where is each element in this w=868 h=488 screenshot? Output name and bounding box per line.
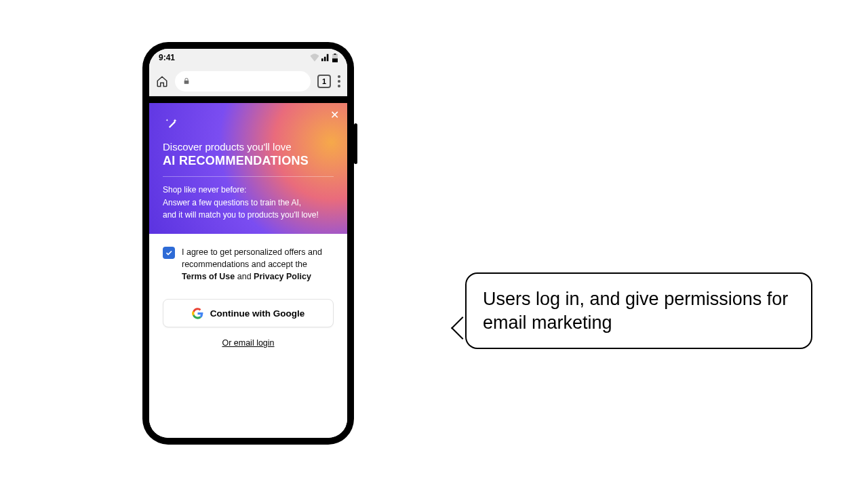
hero-title: AI RECOMMENDATIONS bbox=[163, 154, 334, 168]
hero-body-line: and it will match you to products you'll… bbox=[163, 209, 334, 222]
home-icon[interactable] bbox=[156, 75, 168, 87]
status-time: 9:41 bbox=[159, 53, 175, 62]
status-bar: 9:41 bbox=[149, 49, 347, 66]
phone-side-button bbox=[354, 123, 357, 164]
svg-rect-1 bbox=[332, 54, 338, 58]
menu-icon[interactable] bbox=[338, 75, 340, 87]
divider-strip bbox=[149, 96, 347, 103]
content-area: I agree to get personalized offers and r… bbox=[149, 234, 347, 438]
cellular-icon bbox=[321, 54, 330, 62]
lock-icon bbox=[183, 77, 190, 85]
status-icons bbox=[310, 54, 338, 62]
hero-body-line: Shop like never before: bbox=[163, 184, 334, 197]
wifi-icon bbox=[310, 54, 319, 62]
tab-count[interactable]: 1 bbox=[317, 75, 331, 88]
annotation-callout: Users log in, and give permissions for e… bbox=[465, 272, 812, 349]
close-icon[interactable]: ✕ bbox=[330, 110, 339, 121]
consent-text: I agree to get personalized offers and r… bbox=[182, 246, 334, 283]
check-icon bbox=[165, 249, 173, 257]
consent-checkbox[interactable] bbox=[163, 247, 175, 259]
hero-body: Shop like never before: Answer a few que… bbox=[163, 184, 334, 222]
google-button-label: Continue with Google bbox=[210, 308, 304, 319]
privacy-link[interactable]: Privacy Policy bbox=[254, 272, 311, 281]
hero-panel: ✕ Discover products you'll love AI RECOM… bbox=[149, 103, 347, 234]
email-login-link[interactable]: Or email login bbox=[163, 338, 334, 348]
phone-screen: 9:41 1 ✕ Discover products you'll love bbox=[149, 49, 347, 438]
consent-pre: I agree to get personalized offers and r… bbox=[182, 247, 322, 269]
hero-subheading: Discover products you'll love bbox=[163, 141, 334, 152]
wand-icon bbox=[163, 115, 180, 133]
url-bar[interactable] bbox=[175, 71, 311, 92]
svg-rect-2 bbox=[334, 54, 336, 55]
consent-row: I agree to get personalized offers and r… bbox=[163, 246, 334, 283]
google-icon bbox=[192, 308, 203, 319]
phone-frame: 9:41 1 ✕ Discover products you'll love bbox=[142, 42, 354, 445]
hero-body-line: Answer a few questions to train the AI, bbox=[163, 197, 334, 209]
continue-google-button[interactable]: Continue with Google bbox=[163, 299, 334, 327]
annotation-text: Users log in, and give permissions for e… bbox=[483, 289, 788, 333]
consent-and: and bbox=[235, 272, 254, 281]
terms-link[interactable]: Terms of Use bbox=[182, 272, 235, 281]
battery-icon bbox=[332, 54, 338, 62]
hero-divider bbox=[163, 176, 334, 177]
browser-bar: 1 bbox=[149, 66, 347, 96]
